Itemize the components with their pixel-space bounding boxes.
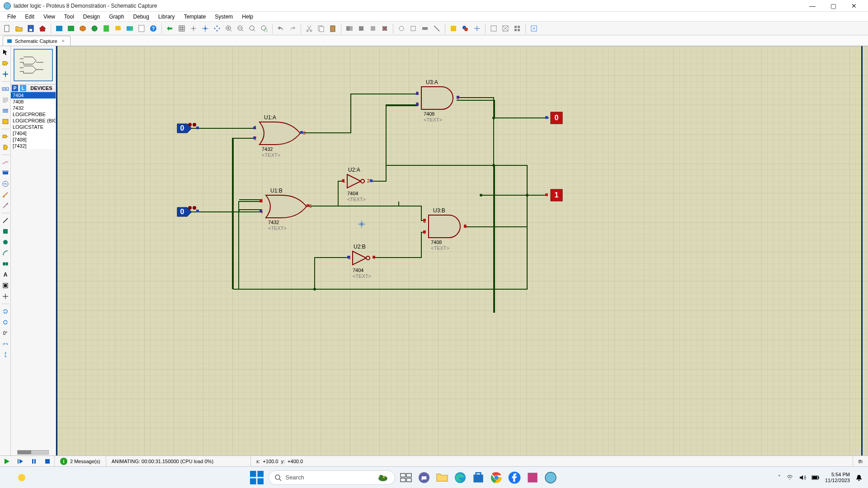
menu-help[interactable]: Help [237,13,258,21]
text-2d-icon[interactable]: A [1,270,10,279]
pcb-icon[interactable] [66,23,76,34]
zoom-fit-icon[interactable] [247,23,258,34]
make-device-icon[interactable] [408,23,419,34]
decompose-icon[interactable] [431,23,442,34]
circle-2d-icon[interactable] [1,238,10,247]
list-item[interactable]: LOGICPROBE [11,111,56,117]
list-item[interactable]: 7404 [11,92,56,99]
terminal-icon[interactable] [1,132,10,141]
save-icon[interactable] [25,23,36,34]
sim-play-icon[interactable] [1,457,13,466]
notification-icon[interactable] [855,474,863,481]
path-2d-icon[interactable] [1,259,10,268]
sim-step-icon[interactable] [14,457,26,466]
spreadsheet-icon[interactable] [124,23,135,34]
tab-close-icon[interactable]: × [60,38,66,44]
arc-2d-icon[interactable] [1,249,10,258]
start-button[interactable] [249,469,265,486]
maximize-button[interactable]: ▢ [823,0,844,12]
marker-2d-icon[interactable] [1,292,10,301]
proteus-task-icon[interactable] [543,470,558,485]
device-list[interactable]: 7404 7408 7432 LOGICPROBE LOGICPROBE (BI… [11,92,56,149]
l-icon[interactable]: L [20,85,26,91]
menu-template[interactable]: Template [179,13,211,21]
design-explorer-icon[interactable] [488,23,499,34]
tray-chevron-icon[interactable]: ˄ [778,474,781,480]
3d-icon[interactable] [77,23,88,34]
facebook-icon[interactable] [507,470,522,485]
remove-sheet-icon[interactable] [512,23,523,34]
menu-debug[interactable]: Debug [129,13,154,21]
sim-pause-icon[interactable] [28,457,40,466]
rotate-cw-icon[interactable] [1,307,10,316]
block-copy-icon[interactable] [344,23,355,34]
symbol-2d-icon[interactable] [1,281,10,290]
snap-icon[interactable] [188,23,199,34]
tape-icon[interactable] [1,169,10,178]
list-item[interactable]: 7432 [11,105,56,111]
schematic-icon[interactable] [54,23,65,34]
volume-icon[interactable] [799,474,806,481]
bus-icon[interactable] [1,106,10,115]
database-icon[interactable] [113,23,123,34]
recenter-icon[interactable] [165,23,175,34]
bill-icon[interactable] [101,23,112,34]
list-item[interactable]: [7432] [11,143,56,149]
property-assign-icon[interactable] [472,23,482,34]
list-item[interactable]: LOGICPROBE (BIG [11,117,56,124]
menu-edit[interactable]: Edit [20,13,39,21]
preview-pane[interactable] [14,49,53,81]
search-tag-icon[interactable] [460,23,471,34]
rotate-ccw-icon[interactable] [1,318,10,327]
undo-icon[interactable] [275,23,286,34]
weather-widget-icon[interactable] [14,470,29,485]
minimize-button[interactable]: — [802,0,823,12]
edge-icon[interactable] [453,470,467,485]
graph-icon[interactable] [1,158,10,167]
block-move-icon[interactable] [356,23,367,34]
menu-graph[interactable]: Graph [104,13,128,21]
block-delete-icon[interactable] [379,23,390,34]
menu-file[interactable]: File [3,13,20,21]
line-2d-icon[interactable] [1,216,10,225]
wire-label-icon[interactable]: LBL [1,84,10,94]
list-item[interactable]: [7404] [11,130,56,136]
help-icon[interactable]: ? [148,23,159,34]
origin-icon[interactable] [200,23,211,34]
voltage-probe-icon[interactable] [1,190,10,199]
list-item[interactable]: 7408 [11,99,56,105]
taskbar-clock[interactable]: 5:54 PM 11/12/2023 [825,472,850,483]
flip-v-icon[interactable] [1,350,10,359]
gerber-icon[interactable] [89,23,100,34]
battery-icon[interactable] [811,475,820,480]
menu-system[interactable]: System [210,13,237,21]
component-icon[interactable] [1,59,10,68]
cut-icon[interactable] [304,23,315,34]
zoom-region-icon[interactable] [259,23,269,34]
chrome-icon[interactable] [489,470,504,485]
messages-status[interactable]: i 2 Message(s) [54,456,106,466]
home-icon[interactable] [37,23,48,34]
sim-stop-icon[interactable] [42,457,53,466]
exit-parent-icon[interactable] [528,23,539,34]
pick-component-icon[interactable] [396,23,407,34]
block-rotate-icon[interactable] [368,23,378,34]
copy-icon[interactable] [316,23,326,34]
tab-schematic[interactable]: Schematic Capture × [3,36,71,46]
p-icon[interactable]: P [12,85,18,91]
open-file-icon[interactable] [14,23,24,34]
menu-tool[interactable]: Tool [60,13,79,21]
device-pin-icon[interactable] [1,143,10,152]
junction-icon[interactable] [1,70,10,79]
zoom-out-icon[interactable] [235,23,246,34]
file-explorer-icon[interactable] [435,470,449,485]
selector-icon[interactable] [1,48,10,57]
pan-icon[interactable] [212,23,222,34]
side-scrollbar[interactable] [17,450,49,455]
paste-icon[interactable] [327,23,338,34]
list-item[interactable]: LOGICSTATE [11,124,56,130]
text-script-icon[interactable] [1,95,10,104]
list-item[interactable]: [7408] [11,136,56,143]
grid-toggle-icon[interactable] [176,23,187,34]
new-file-icon[interactable] [2,23,13,34]
